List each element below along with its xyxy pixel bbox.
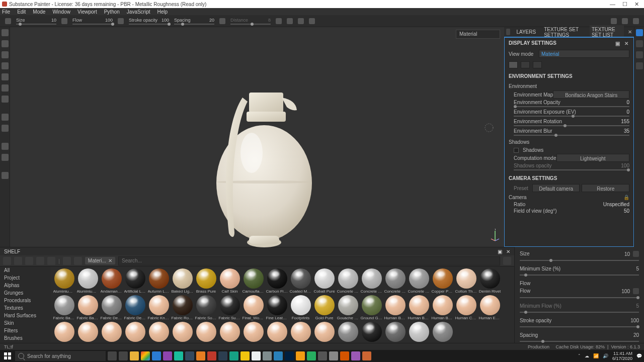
env-blur-slider[interactable] <box>514 135 629 136</box>
prop-size-slider[interactable] <box>520 260 639 261</box>
material-thumb[interactable]: Autumn Leaf <box>147 268 171 294</box>
window-minimize-button[interactable]: — <box>610 1 615 8</box>
material-thumb[interactable]: Human Che... <box>454 295 478 320</box>
tray-cloud-icon[interactable]: ☁ <box>585 353 589 358</box>
computation-mode-dropdown[interactable]: Lightweight <box>556 154 630 162</box>
camera-icon[interactable] <box>622 18 628 24</box>
quick-mask-icon[interactable] <box>2 125 9 132</box>
prop-stroke-opacity-slider[interactable] <box>520 326 639 327</box>
taskbar-search[interactable]: Search for anything <box>15 351 106 361</box>
substance-painter-icon[interactable] <box>362 351 371 360</box>
taskbar-app-7-icon[interactable] <box>196 351 205 360</box>
camera-preset-dropdown[interactable]: Default camera <box>532 184 580 192</box>
material-thumb[interactable]: Fabric Bam... <box>52 295 76 320</box>
display-settings-icon[interactable] <box>636 29 643 36</box>
grid-icon[interactable] <box>309 18 315 24</box>
size-slider-group[interactable]: Size10 <box>16 18 56 25</box>
material-thumb[interactable]: Aluminium ... <box>52 268 76 294</box>
shelf-category-skin[interactable]: Skin <box>0 319 50 327</box>
chrome-icon[interactable] <box>141 351 150 360</box>
pin-icon[interactable] <box>506 29 510 35</box>
shelf-close-icon[interactable]: ✕ <box>506 249 510 254</box>
system-tray[interactable]: ˄ ☁ 📶 🔊 11:41 AM 6/17/2020 💬 <box>578 351 642 361</box>
menu-viewport[interactable]: Viewport <box>77 9 97 15</box>
shelf-category-textures[interactable]: Textures <box>0 304 50 312</box>
photoshop-icon[interactable] <box>285 351 294 360</box>
prop-flow-slider[interactable] <box>520 297 639 298</box>
taskbar-app-1-icon[interactable] <box>119 351 128 360</box>
view-mode-dropdown[interactable]: Material <box>539 50 629 58</box>
material-thumb[interactable]: Carbon Fiber <box>265 268 289 294</box>
material-thumb[interactable]: Fabric Roug... <box>171 295 194 320</box>
taskbar-app-13-icon[interactable] <box>263 351 272 360</box>
menu-javascript[interactable]: JavaScript <box>127 9 150 15</box>
material-thumb[interactable]: Human Bell... <box>407 295 431 320</box>
shelf-forward-icon[interactable] <box>47 257 55 265</box>
paint-tool-icon[interactable] <box>2 29 9 36</box>
taskbar-app-20-icon[interactable] <box>340 351 349 360</box>
material-thumb[interactable]: Andaman P... <box>100 268 123 294</box>
material-thumb[interactable]: Concrete Cl... <box>360 268 383 294</box>
taskbar-app-4-icon[interactable] <box>163 351 172 360</box>
taskbar-app-3-icon[interactable] <box>152 351 161 360</box>
taskbar-app-18-icon[interactable] <box>318 351 327 360</box>
taskbar-app-8-icon[interactable] <box>207 351 216 360</box>
taskbar-app-12-icon[interactable] <box>252 351 261 360</box>
file-explorer-icon[interactable] <box>130 351 139 360</box>
prop-flow-lock-icon[interactable] <box>633 288 639 294</box>
material-thumb[interactable]: Human Eye... <box>478 295 502 320</box>
material-thumb[interactable]: Concrete D... <box>383 268 407 294</box>
menu-edit[interactable]: Edit <box>17 9 26 15</box>
shelf-home-icon[interactable] <box>3 257 11 265</box>
polyfill-tool-icon[interactable] <box>2 62 9 69</box>
material-picker-icon[interactable] <box>2 96 9 103</box>
log-icon[interactable] <box>636 62 643 69</box>
shelf-category-all[interactable]: All <box>0 266 50 274</box>
bake-icon[interactable] <box>2 143 9 150</box>
shelf-category-project[interactable]: Project <box>0 274 50 282</box>
material-thumb[interactable]: Concrete S... <box>407 268 431 294</box>
viewport-material-dropdown[interactable]: Material <box>456 30 500 39</box>
material-thumb[interactable]: Fabric Deni... <box>123 295 147 320</box>
shadows-checkbox[interactable] <box>514 148 519 153</box>
gear-icon[interactable] <box>2 114 9 121</box>
size-link-icon[interactable] <box>61 18 67 24</box>
iray-icon[interactable] <box>2 172 9 179</box>
start-button[interactable] <box>2 351 13 361</box>
window-maximize-button[interactable]: ☐ <box>622 1 627 8</box>
shelf-category-alphas[interactable]: Alphas <box>0 282 50 289</box>
material-thumb[interactable]: Ground Gra... <box>360 295 383 320</box>
material-thumb[interactable]: Footprints <box>289 295 312 320</box>
material-thumb[interactable]: Denim Rivet <box>478 268 502 294</box>
taskbar-app-5-icon[interactable] <box>174 351 183 360</box>
view-single-icon[interactable] <box>509 61 518 68</box>
menu-window[interactable]: Window <box>52 9 70 15</box>
tray-clock[interactable]: 11:41 AM 6/17/2020 <box>612 351 632 361</box>
tab-layers[interactable]: LAYERS <box>514 28 538 36</box>
menu-help[interactable]: Help <box>157 9 168 15</box>
material-thumb[interactable]: Copper Pure <box>431 268 454 294</box>
taskbar-app-19-icon[interactable] <box>329 351 338 360</box>
shelf-grid-size-icon[interactable] <box>503 257 511 265</box>
material-thumb[interactable]: Final_Wood... <box>242 295 265 320</box>
env-map-dropdown[interactable]: Bonifacio Aragon Stairs <box>553 90 629 99</box>
spacing-slider-group[interactable]: Spacing20 <box>174 18 214 25</box>
tray-notifications-icon[interactable]: 💬 <box>636 353 642 358</box>
uv-icon[interactable] <box>2 154 9 161</box>
lazy-mouse-icon[interactable] <box>219 18 225 24</box>
shelf-popout-icon[interactable]: ▣ <box>498 249 502 254</box>
clone-tool-icon[interactable] <box>2 84 9 92</box>
env-exposure-slider[interactable] <box>514 116 629 117</box>
shelf-category-filters[interactable]: Filters <box>0 327 50 334</box>
material-thumb[interactable]: Human Bu... <box>431 295 454 320</box>
env-opacity-slider[interactable] <box>514 106 629 107</box>
flow-link-icon[interactable] <box>118 18 124 24</box>
3d-viewport[interactable]: Material <box>10 27 504 247</box>
smudge-tool-icon[interactable] <box>2 73 9 80</box>
tray-chevron-up-icon[interactable]: ˄ <box>578 353 581 358</box>
shelf-category-brushes[interactable]: Brushes <box>0 334 50 342</box>
camera-lock-icon[interactable]: 🔒 <box>623 195 629 200</box>
material-thumb[interactable]: Cotton Thic... <box>454 268 478 294</box>
taskbar-app-10-icon[interactable] <box>229 351 238 360</box>
material-thumb[interactable]: Coated Metal <box>289 268 312 294</box>
